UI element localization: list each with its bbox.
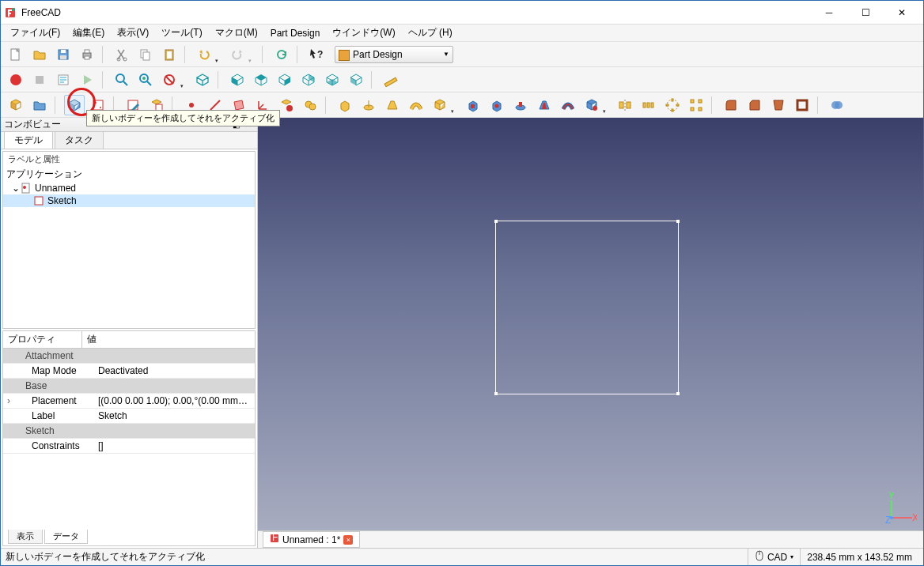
zoom-selection-button[interactable]: [135, 70, 156, 90]
viewport-area: Y X Z F Unnamed : 1* ×: [258, 118, 923, 548]
additive-pipe-button[interactable]: [406, 95, 426, 115]
undo-button[interactable]: [194, 44, 214, 65]
view-iso-button[interactable]: [192, 70, 213, 90]
prop-col-value: 値: [82, 331, 101, 348]
cut-button[interactable]: [112, 44, 132, 65]
workbench-selector[interactable]: Part Design ▼: [335, 46, 453, 63]
svg-text:Z: Z: [885, 515, 891, 524]
prop-constraints-val[interactable]: []: [93, 439, 255, 453]
tree-doc-row[interactable]: ⌄ Unnamed: [3, 182, 255, 194]
menu-view[interactable]: 表示(V): [111, 25, 155, 41]
thickness-button[interactable]: [792, 95, 812, 115]
expand-icon[interactable]: ›: [3, 395, 14, 406]
prop-placement-val[interactable]: [(0.00 0.00 1.00); 0.00,°(0.00 mm 0.0...: [93, 394, 255, 408]
svg-point-16: [10, 74, 21, 85]
view-rear-button[interactable]: [298, 70, 319, 90]
subtractive-loft-button[interactable]: [534, 95, 555, 115]
subtractive-pipe-button[interactable]: [558, 95, 578, 115]
status-navstyle[interactable]: CAD ▾: [748, 549, 800, 565]
prop-tab-view[interactable]: 表示: [8, 530, 43, 544]
toolbar-file: ? Part Design ▼: [1, 42, 923, 67]
menu-macro[interactable]: マクロ(M): [209, 25, 264, 41]
document-tab-icon: F: [270, 534, 279, 545]
linear-pattern-button[interactable]: [638, 95, 659, 115]
chamfer-button[interactable]: [744, 95, 765, 115]
view-bottom-button[interactable]: [322, 70, 343, 90]
close-button[interactable]: ✕: [884, 1, 920, 25]
tree-view[interactable]: ラベルと属性 アプリケーション ⌄ Unnamed Sketch: [2, 151, 256, 329]
groove-button[interactable]: [510, 95, 531, 115]
tree-sketch-row[interactable]: Sketch: [3, 194, 255, 207]
sketch-rectangle[interactable]: [495, 221, 679, 394]
copy-button[interactable]: [135, 44, 156, 65]
tab-model[interactable]: モデル: [4, 131, 53, 149]
close-tab-icon[interactable]: ×: [343, 535, 353, 545]
additive-primitive-button[interactable]: [430, 95, 450, 115]
dropdown-icon: ▼: [443, 51, 449, 58]
prop-tab-data[interactable]: データ: [44, 530, 88, 544]
whatsthis-button[interactable]: ?: [306, 44, 327, 65]
minimize-button[interactable]: ─: [811, 1, 847, 25]
view-front-button[interactable]: [227, 70, 248, 90]
vertex-icon[interactable]: [676, 392, 680, 395]
macro-stop-button[interactable]: [29, 70, 50, 90]
zoom-fit-button[interactable]: [112, 70, 132, 90]
prop-mapmode-val[interactable]: Deactivated: [93, 364, 255, 378]
prop-row-label[interactable]: Label Sketch: [3, 409, 255, 424]
additive-loft-button[interactable]: [382, 95, 403, 115]
menu-partdesign[interactable]: Part Design: [264, 26, 327, 40]
property-body[interactable]: Attachment Map Mode Deactivated Base › P…: [3, 349, 255, 530]
tree-app-row[interactable]: アプリケーション: [3, 167, 255, 182]
drawstyle-button[interactable]: [159, 70, 180, 90]
vertex-icon[interactable]: [676, 220, 680, 223]
prop-row-placement[interactable]: › Placement [(0.00 0.00 1.00); 0.00,°(0.…: [3, 394, 255, 409]
prop-row-mapmode[interactable]: Map Mode Deactivated: [3, 364, 255, 379]
tree-app-label: アプリケーション: [6, 168, 82, 181]
maximize-button[interactable]: ☐: [847, 1, 884, 25]
document-tab[interactable]: F Unnamed : 1* ×: [263, 531, 360, 548]
view-right-button[interactable]: [275, 70, 295, 90]
menu-tools[interactable]: ツール(T): [155, 25, 208, 41]
hole-button[interactable]: [487, 95, 507, 115]
partdesign-group-button[interactable]: [29, 95, 50, 115]
pad-button[interactable]: [335, 95, 355, 115]
title-bar: FreeCAD ─ ☐ ✕: [1, 1, 923, 25]
refresh-button[interactable]: [271, 44, 292, 65]
clone-button[interactable]: [300, 95, 320, 115]
menu-help[interactable]: ヘルプ (H): [402, 25, 459, 41]
partdesign-part-button[interactable]: [6, 95, 26, 115]
redo-button[interactable]: [227, 44, 248, 65]
prop-label-val[interactable]: Sketch: [93, 409, 255, 423]
3d-view[interactable]: Y X Z: [258, 118, 923, 530]
view-top-button[interactable]: [251, 70, 271, 90]
paste-button[interactable]: [159, 44, 180, 65]
prop-row-constraints[interactable]: Constraints []: [3, 439, 255, 454]
tree-caret-icon[interactable]: ⌄: [11, 183, 21, 194]
menu-window[interactable]: ウインドウ(W): [326, 25, 401, 41]
boolean-button[interactable]: [827, 95, 847, 115]
save-button[interactable]: [53, 44, 74, 65]
vertex-icon[interactable]: [494, 392, 498, 395]
macro-record-button[interactable]: [6, 70, 26, 90]
revolution-button[interactable]: [358, 95, 379, 115]
menu-edit[interactable]: 編集(E): [66, 25, 111, 41]
create-body-button[interactable]: [64, 95, 85, 115]
fillet-button[interactable]: [721, 95, 741, 115]
subtractive-primitive-button[interactable]: [581, 95, 602, 115]
measure-button[interactable]: [381, 70, 401, 90]
macro-play-button[interactable]: [77, 70, 97, 90]
svg-point-30: [286, 105, 293, 111]
view-left-button[interactable]: [346, 70, 366, 90]
vertex-icon[interactable]: [494, 220, 498, 223]
multitransform-button[interactable]: [686, 95, 706, 115]
polar-pattern-button[interactable]: [662, 95, 683, 115]
macro-edit-button[interactable]: [53, 70, 74, 90]
mirror-button[interactable]: [615, 95, 635, 115]
draft-button[interactable]: [768, 95, 789, 115]
menu-file[interactable]: ファイル(F): [4, 25, 66, 41]
tab-task[interactable]: タスク: [55, 131, 104, 149]
open-button[interactable]: [29, 44, 50, 65]
print-button[interactable]: [77, 44, 97, 65]
pocket-button[interactable]: [463, 95, 483, 115]
new-button[interactable]: [6, 44, 26, 65]
